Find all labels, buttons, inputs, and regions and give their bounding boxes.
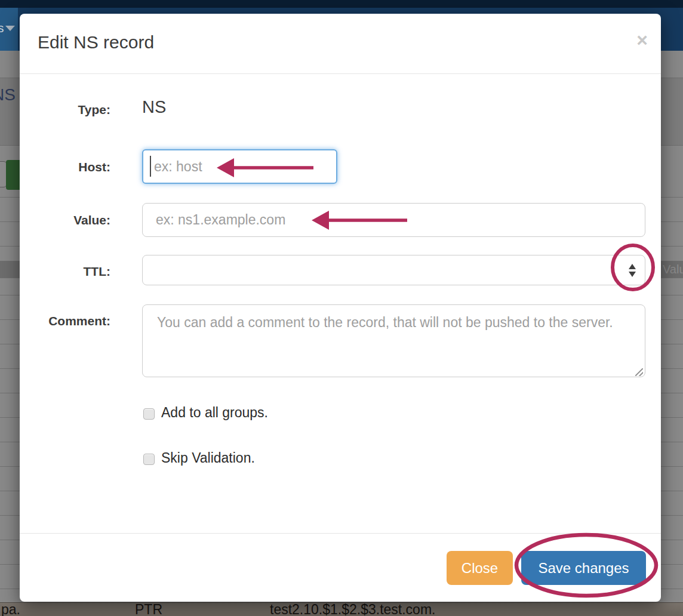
ttl-select[interactable]: [142, 255, 645, 285]
modal-title: Edit NS record: [38, 32, 154, 53]
skip-validation-checkbox[interactable]: [143, 454, 155, 465]
save-changes-button[interactable]: Save changes: [521, 551, 646, 585]
screen: s NS S Valu pa. PTR test2.10.$1.$2.$3.te…: [0, 0, 683, 616]
modal-footer: Close Save changes: [20, 533, 661, 602]
select-arrows-icon: [628, 264, 636, 277]
navbar-top-strip: [0, 0, 683, 8]
navbar-item-label: s: [0, 21, 4, 35]
close-icon[interactable]: ×: [636, 30, 648, 50]
host-input[interactable]: [142, 149, 337, 184]
text-cursor: [150, 156, 151, 177]
caret-down-icon: [5, 26, 15, 31]
comment-textarea[interactable]: [142, 304, 645, 377]
navbar-active-item[interactable]: s: [0, 8, 18, 51]
type-value: NS: [142, 97, 166, 117]
add-to-all-groups-label: Add to all groups.: [161, 405, 268, 421]
comment-label: Comment:: [20, 314, 110, 328]
ttl-label: TTL:: [20, 264, 110, 279]
value-label: Value:: [20, 213, 110, 227]
edit-ns-record-modal: Edit NS record × Type: NS Host: Value: T…: [20, 14, 661, 602]
type-label: Type:: [20, 103, 110, 117]
value-input[interactable]: [142, 203, 645, 237]
host-label: Host:: [20, 160, 110, 174]
close-button[interactable]: Close: [447, 551, 513, 585]
add-to-all-groups-checkbox[interactable]: [143, 408, 155, 420]
textarea-resize-grip-icon[interactable]: [635, 368, 643, 376]
skip-validation-label: Skip Validation.: [161, 450, 255, 466]
modal-header: Edit NS record ×: [20, 14, 661, 74]
